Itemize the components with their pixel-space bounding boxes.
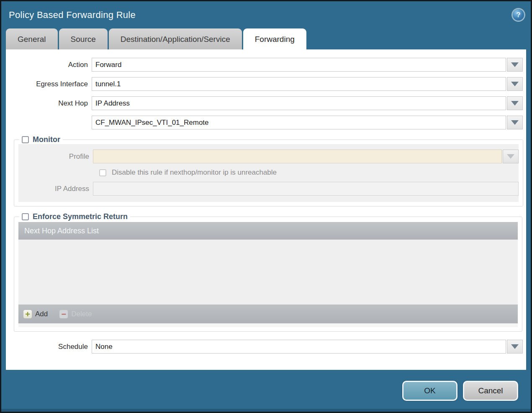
monitor-legend-label: Monitor (33, 135, 60, 144)
monitor-ip-address-row: IP Address (18, 182, 519, 196)
tab-forwarding[interactable]: Forwarding (243, 28, 306, 49)
chevron-down-icon (511, 62, 519, 67)
ok-button[interactable]: OK (402, 381, 457, 401)
disable-rule-row: Disable this rule if nexthop/monitor ip … (99, 168, 519, 177)
next-hop-type-input[interactable] (92, 96, 506, 110)
delete-button-label: Delete (71, 310, 92, 318)
chevron-down-icon (507, 154, 514, 159)
next-hop-label: Next Hop (6, 99, 92, 108)
action-dropdown-button[interactable] (507, 58, 523, 72)
next-hop-address-dropdown-button[interactable] (507, 116, 523, 129)
delete-button: − Delete (59, 310, 92, 318)
dialog-footer: OK Cancel (1, 370, 531, 412)
tab-strip: General Source Destination/Application/S… (1, 28, 531, 49)
chevron-down-icon (511, 120, 519, 125)
chevron-down-icon (511, 101, 519, 106)
next-hop-address-list-table: Next Hop Address List + Add − Delete (18, 222, 518, 327)
action-label: Action (6, 61, 92, 69)
add-button[interactable]: + Add (23, 310, 48, 318)
schedule-dropdown-button[interactable] (507, 340, 523, 354)
egress-interface-dropdown-button[interactable] (507, 77, 523, 91)
monitor-ip-address-label: IP Address (18, 185, 93, 193)
egress-interface-input[interactable] (92, 77, 506, 91)
next-hop-address-list-toolbar: + Add − Delete (18, 305, 518, 323)
disable-rule-checkbox (99, 169, 106, 176)
profile-input (93, 150, 502, 163)
title-bar: Policy Based Forwarding Rule ? (1, 1, 531, 28)
action-row: Action (6, 58, 526, 72)
tab-destination-application-service[interactable]: Destination/Application/Service (109, 28, 242, 49)
tab-general[interactable]: General (6, 28, 58, 49)
next-hop-address-list-body (18, 240, 518, 305)
disable-rule-label: Disable this rule if nexthop/monitor ip … (112, 168, 277, 177)
monitor-checkbox[interactable] (22, 136, 29, 143)
egress-interface-label: Egress Interface (6, 80, 92, 88)
enforce-symmetric-return-checkbox[interactable] (22, 213, 29, 220)
help-icon[interactable]: ? (513, 9, 524, 21)
egress-interface-row: Egress Interface (6, 77, 526, 91)
schedule-input[interactable] (92, 340, 506, 354)
next-hop-address-list-header: Next Hop Address List (18, 222, 518, 240)
profile-row: Profile (18, 150, 519, 163)
action-input[interactable] (92, 58, 506, 72)
chevron-down-icon (511, 82, 519, 86)
tab-source[interactable]: Source (59, 28, 108, 49)
cancel-button[interactable]: Cancel (463, 381, 518, 401)
profile-dropdown-button (503, 150, 519, 163)
schedule-label: Schedule (6, 343, 92, 351)
enforce-symmetric-return-fieldset: Enforce Symmetric Return Next Hop Addres… (14, 212, 522, 332)
enforce-symmetric-return-legend-label: Enforce Symmetric Return (33, 212, 128, 221)
profile-label: Profile (18, 152, 93, 161)
minus-icon: − (59, 310, 68, 318)
monitor-ip-address-input (93, 182, 519, 196)
pbf-rule-dialog: Policy Based Forwarding Rule ? General S… (0, 0, 532, 413)
table-scroll-strip (18, 323, 518, 327)
next-hop-row: Next Hop (6, 96, 526, 110)
monitor-panel: Profile Disable this rule if nexthop/mon… (18, 144, 519, 202)
monitor-fieldset: Monitor Profile Disable this rule if nex… (14, 135, 523, 206)
next-hop-address-input[interactable] (92, 116, 506, 129)
next-hop-address-row (6, 116, 526, 129)
schedule-row: Schedule (6, 340, 526, 354)
forwarding-tab-panel: Action Egress Interface Next Hop (6, 49, 526, 370)
plus-icon: + (23, 310, 32, 318)
next-hop-dropdown-button[interactable] (507, 96, 523, 110)
add-button-label: Add (35, 310, 48, 318)
chevron-down-icon (511, 344, 519, 349)
dialog-title: Policy Based Forwarding Rule (9, 10, 513, 21)
